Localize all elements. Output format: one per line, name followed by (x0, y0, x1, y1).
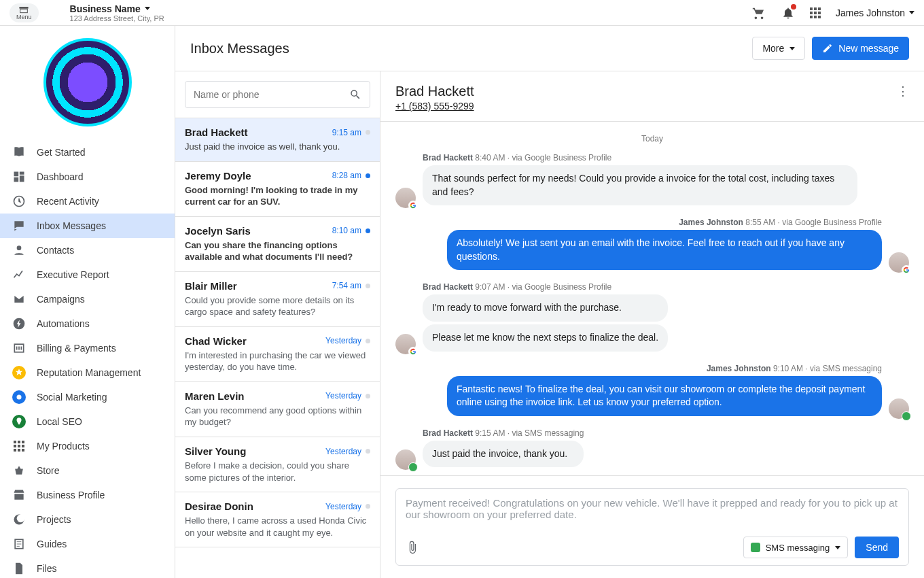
pin-icon (12, 415, 26, 428)
contact-phone[interactable]: +1 (583) 555-9299 (395, 101, 474, 112)
svg-rect-1 (20, 9, 28, 12)
google-badge-icon (902, 265, 911, 275)
attachment-icon[interactable] (406, 540, 419, 555)
apps-grid-icon (810, 7, 821, 18)
chat-body: Today Brad Hackett 8:40 AM · via Google … (380, 122, 924, 475)
apps-button[interactable] (810, 7, 821, 18)
page-header: Inbox Messages More New message (175, 26, 924, 71)
sidebar-item-projects[interactable]: Projects (0, 507, 175, 532)
message-bubble: I'm ready to move forward with the purch… (423, 294, 668, 322)
thread-time: 9:15 am (332, 128, 370, 137)
message-bubble: Fantastic news! To finalize the deal, yo… (447, 376, 882, 416)
dashboard-icon (12, 170, 26, 184)
sidebar-item-files[interactable]: Files (0, 556, 175, 578)
thread-item[interactable]: Brad Hackett9:15 amJust paid the invoice… (175, 118, 380, 162)
sidebar-item-contacts[interactable]: Contacts (0, 238, 175, 262)
thread-preview: Could you provide some more details on i… (185, 294, 370, 318)
sidebar-item-campaigns[interactable]: Campaigns (0, 287, 175, 311)
svg-rect-0 (20, 7, 29, 9)
social-icon (12, 390, 26, 404)
message-meta: Brad Hackett 9:15 AM · via SMS messaging (423, 428, 584, 438)
thread-item[interactable]: Maren LevinYesterdayCan you recommend an… (175, 382, 380, 437)
status-dot (366, 339, 370, 343)
compose-icon (822, 43, 833, 54)
thread-item[interactable]: Jeremy Doyle8:28 amGood morning! I'm loo… (175, 162, 380, 217)
apps-icon (12, 439, 26, 453)
google-badge-icon (408, 201, 418, 210)
thread-name: Jeremy Doyle (185, 170, 251, 182)
business-selector[interactable]: Business Name 123 Address Street, City, … (70, 3, 164, 22)
search-input[interactable] (185, 81, 370, 108)
status-dot (366, 284, 370, 288)
more-button[interactable]: More (752, 37, 805, 60)
sidebar-item-inbox-messages[interactable]: Inbox Messages (0, 214, 175, 238)
compose-text[interactable]: Payment received! Congratulations on you… (406, 497, 899, 527)
message-meta: James Johnston 9:10 AM · via SMS messagi… (707, 364, 882, 373)
billing-icon (12, 341, 26, 355)
sidebar-item-dashboard[interactable]: Dashboard (0, 165, 175, 189)
sidebar-item-label: Contacts (37, 245, 74, 256)
basket-icon (12, 464, 26, 477)
sidebar-item-guides[interactable]: Guides (0, 532, 175, 556)
sidebar-item-label: Executive Report (37, 269, 109, 280)
sidebar-item-automations[interactable]: Automations (0, 311, 175, 336)
sidebar-item-label: Reputation Management (37, 367, 141, 378)
thread-item[interactable]: Desirae DoninYesterdayHello there, I cam… (175, 492, 380, 547)
compose-box[interactable]: Payment received! Congratulations on you… (395, 488, 909, 566)
message-meta: James Johnston 8:55 AM · via Google Busi… (679, 218, 882, 227)
thread-item[interactable]: Blair Miller7:54 amCould you provide som… (175, 272, 380, 327)
chat-column: Brad Hackett +1 (583) 555-9299 ⋮ Today B… (380, 71, 924, 578)
sidebar-item-social-marketing[interactable]: Social Marketing (0, 385, 175, 409)
star-icon (12, 366, 26, 379)
thread-name: Jocelyn Saris (185, 225, 251, 237)
chevron-down-icon (789, 47, 795, 50)
thread-item[interactable]: Jocelyn Saris8:10 amCan you share the fi… (175, 217, 380, 272)
search-icon (349, 88, 361, 101)
book-open-icon (12, 146, 26, 159)
thread-time: 7:54 am (332, 281, 370, 290)
status-dot (366, 130, 370, 135)
message-row: James Johnston 8:55 AM · via Google Busi… (395, 218, 909, 273)
message-bubble: Absolutely! We just sent you an email wi… (447, 230, 882, 270)
chat-header: Brad Hackett +1 (583) 555-9299 ⋮ (380, 71, 924, 122)
channel-selector[interactable]: SMS messaging (743, 537, 849, 558)
chat-menu-button[interactable]: ⋮ (897, 84, 909, 99)
cart-button[interactable] (751, 5, 766, 20)
sidebar-item-my-products[interactable]: My Products (0, 434, 175, 458)
thread-preview: Good morning! I'm looking to trade in my… (185, 184, 370, 208)
sidebar-item-recent-activity[interactable]: Recent Activity (0, 189, 175, 214)
sms-badge-icon (408, 462, 418, 472)
svg-point-3 (17, 245, 22, 250)
inbox-icon (12, 219, 26, 233)
cart-icon (751, 5, 766, 20)
message-bubble: That sounds perfect for my needs! Could … (423, 165, 857, 205)
send-button[interactable]: Send (855, 537, 899, 558)
sidebar-item-executive-report[interactable]: Executive Report (0, 262, 175, 287)
bolt-icon (12, 317, 26, 330)
storefront-icon (18, 5, 29, 14)
sidebar-item-label: Campaigns (37, 294, 85, 305)
sidebar-item-reputation-management[interactable]: Reputation Management (0, 360, 175, 385)
avatar (395, 449, 416, 470)
notifications-button[interactable] (781, 5, 795, 20)
thread-time: 8:10 am (332, 226, 370, 235)
user-name: James Johnston (836, 7, 905, 18)
menu-button[interactable]: Menu (10, 3, 39, 22)
sidebar-item-label: Dashboard (37, 171, 84, 182)
thread-item[interactable]: Chad WickerYesterdayI'm interested in pu… (175, 327, 380, 382)
sidebar-item-store[interactable]: Store (0, 458, 175, 483)
sidebar-item-get-started[interactable]: Get Started (0, 140, 175, 165)
thread-item[interactable]: Silver YoungYesterdayBefore I make a dec… (175, 437, 380, 492)
sidebar-item-billing-payments[interactable]: Billing & Payments (0, 336, 175, 360)
search-field[interactable] (194, 89, 344, 100)
thread-name: Blair Miller (185, 280, 237, 292)
sidebar-item-local-seo[interactable]: Local SEO (0, 409, 175, 434)
sidebar-item-label: Store (37, 465, 59, 476)
sidebar-item-business-profile[interactable]: Business Profile (0, 483, 175, 507)
user-menu[interactable]: James Johnston (836, 7, 914, 18)
status-dot (366, 449, 370, 454)
mail-icon (12, 292, 26, 306)
sidebar-item-label: Local SEO (37, 416, 82, 427)
thread-time: 8:28 am (332, 171, 370, 180)
new-message-button[interactable]: New message (812, 37, 909, 60)
